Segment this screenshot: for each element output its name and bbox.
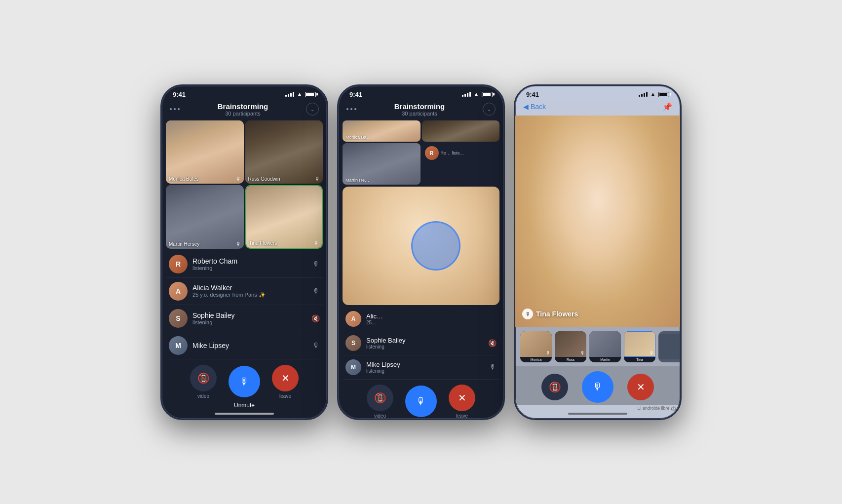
leave-icon-3: ✕: [637, 381, 645, 393]
list-item[interactable]: S Sophie Bailey listening 🔇: [166, 305, 323, 332]
mic-icon-mike: 🎙: [313, 342, 320, 349]
wifi-icon-3: ▲: [650, 91, 656, 98]
leave-button-3[interactable]: ✕: [627, 374, 654, 400]
list-item[interactable]: A Alic… 25…: [343, 307, 499, 331]
chevron-down-icon-2[interactable]: ⌄: [483, 103, 496, 116]
list-item[interactable]: S Sophie Bailey listening 🔇: [343, 331, 499, 355]
thumb-monica[interactable]: Monica 🎙: [520, 331, 552, 362]
video-cell-russ[interactable]: Russ Goodwin 🎙: [245, 120, 323, 184]
leave-button-2[interactable]: ✕: [449, 385, 475, 411]
thumbnail-strip: Monica 🎙 Russ 🎙 Martin Tina 🎙 Je…: [515, 327, 680, 366]
thumb-mic-russ: 🎙: [580, 350, 585, 355]
wifi-icon-2: ▲: [473, 91, 479, 98]
call-controls-1: 📵 video 🎙 ✕ leave: [162, 360, 327, 402]
avatar-roberto: R: [169, 255, 188, 273]
header-center-1: Brainstorming 30 participants: [218, 102, 268, 116]
participant-name-mike-2: Mike Lipsey: [366, 361, 485, 368]
name-monica: Monica Bates: [169, 176, 199, 182]
avatar-mike-2: M: [345, 359, 361, 375]
list-item[interactable]: M Mike Lipsey listening 🎙: [343, 355, 499, 380]
mic-icon-alicia: 🎙: [313, 287, 320, 295]
camera-off-icon-2: 📵: [374, 392, 386, 404]
participant-name-sophie: Sophie Bailey: [192, 311, 306, 319]
video-cell-monica-2[interactable]: Monica Ba…: [343, 120, 421, 142]
participant-name-alicia-2: Alic…: [366, 312, 497, 320]
pin-button[interactable]: 📌: [662, 102, 672, 112]
header-center-2: Brainstorming 30 participants: [394, 102, 445, 116]
time-1: 9:41: [173, 91, 186, 98]
video-cell-monica[interactable]: Monica Bates 🎙: [166, 120, 244, 184]
time-2: 9:41: [349, 91, 362, 98]
name-martin-2: Martin He…: [345, 178, 369, 183]
mute-button-2[interactable]: 🎙: [405, 386, 437, 417]
participant-list-1: R Roberto Cham listening 🎙 A Alicia Walk…: [162, 251, 327, 360]
video-cell-roberto-2[interactable]: R Ro… liste…: [422, 143, 500, 185]
status-bar-2: 9:41 ▲: [339, 86, 503, 100]
thumb-name-tina: Tina: [624, 357, 655, 362]
participant-status-roberto: listening: [192, 265, 308, 271]
more-dots-1[interactable]: [170, 108, 180, 110]
thumb-more[interactable]: Je…: [658, 331, 680, 362]
participant-info-sophie-2: Sophie Bailey listening: [366, 337, 483, 349]
mute-button[interactable]: 🎙: [229, 366, 260, 397]
name-russ: Russ Goodwin: [248, 176, 280, 182]
video-cell-tina[interactable]: Tina Flowers 🎙: [245, 185, 323, 249]
leave-button[interactable]: ✕: [272, 365, 299, 391]
more-dots-2[interactable]: [346, 108, 356, 110]
name-monica-2: Monica Ba…: [345, 135, 371, 140]
wifi-icon: ▲: [297, 91, 303, 98]
speaker-fullscreen: 🎙 Tina Flowers: [515, 116, 680, 327]
chevron-down-icon-1[interactable]: ⌄: [306, 103, 319, 116]
status-icons-3: ▲: [639, 91, 669, 98]
camera-off-icon: 📵: [197, 372, 210, 384]
video-toggle-button[interactable]: 📵: [190, 365, 217, 391]
participant-info-alicia: Alicia Walker 25 y.o. designer from Pari…: [192, 284, 308, 298]
mic-icon-roberto: 🎙: [313, 260, 320, 268]
list-item[interactable]: A Alicia Walker 25 y.o. designer from Pa…: [166, 278, 323, 305]
call-title-1: Brainstorming: [218, 102, 268, 111]
mute-icon-2: 🎙: [416, 396, 426, 407]
participant-status-mike-2: listening: [366, 368, 485, 374]
participant-info-mike: Mike Lipsey: [192, 342, 308, 349]
mute-button-3[interactable]: 🎙: [582, 371, 613, 403]
leave-label-2: leave: [456, 413, 468, 419]
participant-info-alicia-2: Alic… 25…: [366, 312, 497, 325]
back-button[interactable]: ◀ Back: [523, 103, 546, 111]
leave-icon: ✕: [281, 372, 290, 384]
signal-icon-2: [462, 92, 471, 97]
video-cell-martin[interactable]: Martin Hersey 🎙: [166, 185, 244, 249]
phone-2: 9:41 ▲ Brainstorming 30 participants ⌄: [337, 84, 505, 420]
participant-name-alicia: Alicia Walker: [192, 284, 308, 292]
leave-label: leave: [279, 393, 291, 399]
time-3: 9:41: [526, 91, 539, 98]
video-toggle-button-2[interactable]: 📵: [367, 385, 393, 411]
list-item[interactable]: R Roberto Cham listening 🎙: [166, 251, 323, 278]
thumb-name-russ: Russ: [555, 357, 586, 362]
participant-info-sophie: Sophie Bailey listening: [192, 311, 306, 325]
name-tina: Tina Flowers: [249, 240, 277, 246]
thumb-tina[interactable]: Tina 🎙: [624, 331, 655, 362]
speaker-name-overlay: 🎙 Tina Flowers: [522, 309, 578, 319]
unmute-label: Unmute: [162, 402, 327, 411]
video-toggle-button-3[interactable]: 📵: [541, 374, 568, 400]
participant-name-mike: Mike Lipsey: [192, 342, 308, 349]
thumb-russ[interactable]: Russ 🎙: [555, 331, 586, 362]
video-label-2: video: [374, 413, 386, 419]
video-cell-russ-2[interactable]: [422, 120, 500, 142]
signal-icon: [285, 92, 294, 97]
participant-list-2: A Alic… 25… S Sophie Bailey listening 🔇 …: [339, 307, 503, 380]
video-cell-tina-large[interactable]: [343, 187, 499, 305]
avatar-alicia-2: A: [345, 311, 361, 327]
participant-count-2: 30 participants: [394, 111, 445, 116]
signal-icon-3: [639, 92, 648, 97]
call-header-1: Brainstorming 30 participants ⌄: [162, 100, 327, 120]
thumb-martin[interactable]: Martin: [589, 331, 621, 362]
mic-muted-sophie-2: 🔇: [488, 339, 497, 347]
participant-info-mike-2: Mike Lipsey listening: [366, 361, 485, 374]
status-icons-1: ▲: [285, 91, 316, 98]
call-controls-2: 📵 video 🎙 ✕ leave: [339, 380, 503, 420]
video-cell-martin-2[interactable]: Martin He…: [343, 143, 421, 185]
list-item[interactable]: M Mike Lipsey 🎙: [166, 332, 323, 359]
leave-icon-2: ✕: [458, 392, 466, 404]
battery-icon: [305, 92, 316, 97]
